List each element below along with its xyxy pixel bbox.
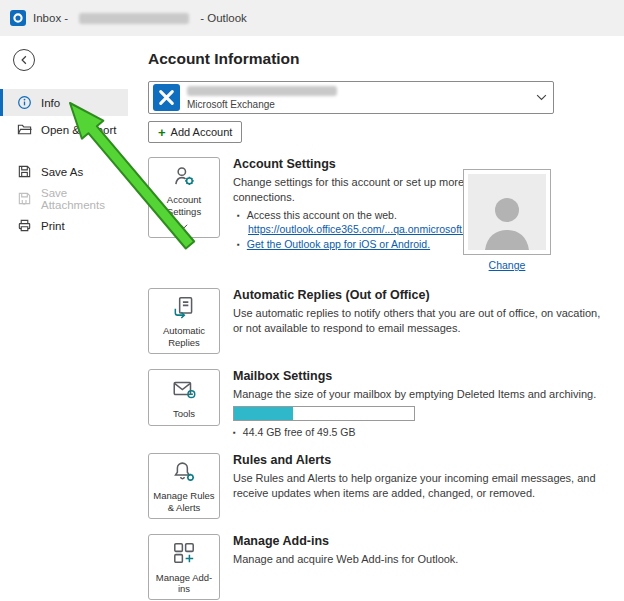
profile-photo-placeholder (468, 174, 546, 250)
window-title-suffix: - Outlook (200, 12, 247, 24)
info-icon (17, 95, 32, 110)
automatic-replies-icon (171, 294, 197, 322)
sidebar-item-label: Save Attachments (41, 187, 128, 211)
tile-label: Automatic Replies (152, 325, 216, 348)
section-description: Manage and acquire Web Add-ins for Outlo… (233, 552, 458, 567)
tile-label: Tools (173, 408, 195, 419)
chevron-down-icon (536, 94, 547, 101)
tile-label: Manage Add-ins (152, 572, 216, 595)
section-heading: Rules and Alerts (233, 453, 604, 467)
sidebar-item-open-export[interactable]: Open & Export (0, 116, 128, 143)
sidebar-item-label: Open & Export (41, 124, 116, 136)
section-heading: Mailbox Settings (233, 369, 596, 383)
section-heading: Manage Add-ins (233, 534, 458, 548)
get-outlook-app-link[interactable]: Get the Outlook app for iOS or Android. (247, 238, 430, 250)
section-mailbox-settings: Tools Mailbox Settings Manage the size o… (148, 369, 604, 438)
tools-icon (171, 376, 197, 404)
section-heading: Automatic Replies (Out of Office) (233, 288, 604, 302)
titlebar: Inbox - - Outlook (0, 0, 624, 36)
sidebar-item-label: Info (41, 97, 60, 109)
redacted-account-email (187, 86, 337, 96)
redacted-account-name (79, 13, 189, 24)
sidebar-item-label: Save As (41, 166, 83, 178)
save-icon (17, 164, 32, 179)
account-selector-dropdown[interactable]: Microsoft Exchange (148, 81, 554, 114)
account-settings-button[interactable]: Account Settings (148, 157, 220, 238)
storage-free-text: 44.4 GB free of 49.5 GB (233, 426, 596, 438)
manage-rules-alerts-button[interactable]: Manage Rules & Alerts (148, 453, 220, 519)
account-web-link[interactable]: https://outlook.office365.com/...qa.onmi… (248, 223, 471, 235)
section-description: Use automatic replies to notify others t… (233, 306, 604, 336)
backstage-sidebar: Info Open & Export Save As Save Attachme… (0, 36, 128, 601)
sidebar-item-print[interactable]: Print (0, 212, 128, 239)
rules-alerts-icon (171, 459, 197, 487)
add-account-button[interactable]: + Add Account (148, 121, 242, 143)
section-account-settings: Account Settings Account Settings Change… (148, 157, 604, 273)
addins-icon (171, 540, 197, 568)
sidebar-item-label: Print (41, 220, 65, 232)
change-photo-link[interactable]: Change (489, 259, 526, 271)
bullet-get-app: Get the Outlook app for iOS or Android. (237, 238, 471, 250)
bullet-access-web: Access this account on the web. (237, 209, 471, 221)
sidebar-divider-gap (0, 143, 128, 158)
plus-icon: + (158, 125, 166, 140)
tools-button[interactable]: Tools (148, 369, 220, 426)
profile-photo-frame (463, 169, 551, 255)
save-attachments-icon (17, 191, 32, 206)
mailbox-storage-bar (233, 406, 415, 421)
section-description: Use Rules and Alerts to help organize yo… (233, 471, 604, 501)
exchange-logo-icon (153, 84, 180, 111)
outlook-app-icon (10, 10, 26, 26)
section-rules-alerts: Manage Rules & Alerts Rules and Alerts U… (148, 453, 604, 519)
back-arrow-icon (18, 54, 30, 66)
tile-label: Account Settings (152, 194, 216, 217)
window-title-prefix: Inbox - (33, 12, 68, 24)
account-provider-label: Microsoft Exchange (187, 99, 529, 110)
section-manage-addins: Manage Add-ins Manage Add-ins Manage and… (148, 534, 604, 600)
manage-addins-button[interactable]: Manage Add-ins (148, 534, 220, 600)
printer-icon (17, 218, 32, 233)
storage-bar-fill (234, 407, 293, 420)
sidebar-item-save-attachments[interactable]: Save Attachments (0, 185, 128, 212)
page-title: Account Information (148, 50, 604, 68)
account-settings-icon (171, 163, 197, 191)
sidebar-item-info[interactable]: Info (0, 89, 128, 116)
section-description: Manage the size of your mailbox by empty… (233, 387, 596, 402)
tile-label: Manage Rules & Alerts (152, 490, 216, 513)
add-account-label: Add Account (171, 126, 233, 138)
profile-photo-block: Change (463, 169, 551, 271)
section-automatic-replies: Automatic Replies Automatic Replies (Out… (148, 288, 604, 354)
section-heading: Account Settings (233, 157, 471, 171)
automatic-replies-button[interactable]: Automatic Replies (148, 288, 220, 354)
back-button[interactable] (13, 49, 35, 71)
person-silhouette-icon (475, 186, 539, 250)
chevron-down-icon (180, 220, 188, 231)
sidebar-item-save-as[interactable]: Save As (0, 158, 128, 185)
sections-list: Account Settings Account Settings Change… (148, 157, 604, 600)
section-description: Change settings for this account or set … (233, 175, 471, 205)
open-folder-icon (17, 122, 32, 137)
account-information-pane: Account Information Microsoft Exchange +… (128, 36, 624, 601)
